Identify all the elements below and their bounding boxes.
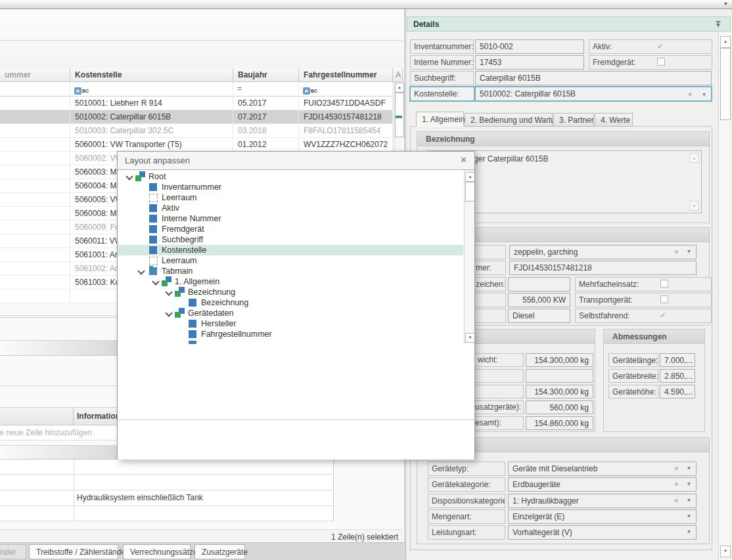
dispositionskategorie-combo[interactable]: 1: Hydraulikbagger — [508, 494, 697, 508]
aktiv-checkbox-checked[interactable] — [657, 42, 664, 50]
geraetekategorie-combo[interactable]: Erdbaugeräte — [508, 477, 697, 492]
equals-filter-icon[interactable]: = — [237, 84, 242, 93]
tree-node-bezeichnung-group[interactable]: Bezeichnung — [118, 287, 463, 297]
expander-icon[interactable] — [137, 267, 145, 274]
tree-node-kostenstelle-selected[interactable]: Kostenstelle — [118, 245, 463, 255]
pin-icon[interactable] — [714, 20, 722, 28]
details-scrollbar[interactable]: ▲ ▼ — [718, 32, 730, 560]
grid-header-fahrgestellnummer[interactable]: Fahrgestellnummer — [299, 68, 393, 82]
scrollbar-thumb[interactable] — [720, 48, 731, 120]
chevron-down-icon[interactable] — [702, 91, 706, 98]
tree-node-inventarnummer[interactable]: Inventarnummer — [118, 182, 463, 192]
info-grid-row[interactable] — [0, 460, 334, 475]
info-grid-row[interactable]: Hydrauliksystem einschließlich Tank — [0, 490, 334, 506]
tree-scrollbar[interactable]: ▲ ▼ — [464, 170, 474, 345]
grid-header-baujahr[interactable]: Baujahr — [233, 68, 299, 82]
clear-icon[interactable] — [674, 249, 679, 255]
tree-node-tabmain[interactable]: Tabmain — [118, 266, 463, 276]
tab-sonder-clipped[interactable]: onder — [0, 544, 26, 559]
grid-row[interactable]: 5010001: Liebherr R 914 05.2017 FUIO2345… — [0, 97, 393, 110]
scroll-down-icon[interactable]: ▼ — [465, 333, 474, 343]
geraetetyp-combo[interactable]: Geräte mit Dieselantrieb — [508, 462, 697, 476]
info-grid-row[interactable] — [0, 475, 334, 490]
scroll-down-icon[interactable]: ▼ — [689, 201, 699, 211]
gewicht-gesamt-field[interactable]: 154.860,000 kg — [526, 416, 593, 430]
transportgeraet-checkbox[interactable] — [660, 295, 668, 303]
grid-row-selected[interactable]: 5010002: Caterpillar 6015B 07.2017 FJDI1… — [0, 110, 393, 124]
tree-node-fahrgestellnummer[interactable]: Fahrgestellnummer — [118, 329, 463, 339]
chevron-down-icon[interactable] — [687, 480, 691, 487]
expander-icon[interactable] — [152, 278, 159, 285]
mengenart-combo[interactable]: Einzelgerät (E) — [508, 509, 697, 524]
chevron-down-icon[interactable] — [687, 528, 691, 535]
clear-icon[interactable] — [674, 481, 679, 488]
clear-icon[interactable] — [687, 91, 693, 98]
filter-cell-fahrgestellnummer[interactable] — [299, 82, 393, 97]
inventarnummer-field[interactable]: 5010-002 — [475, 39, 584, 54]
treibstoff-field[interactable]: Diesel — [508, 309, 570, 323]
expander-icon[interactable] — [165, 309, 172, 316]
tree-node-aktiv[interactable]: Aktiv — [118, 203, 463, 213]
leistung-field[interactable]: 556,000 KW — [508, 293, 570, 307]
suchbegriff-field[interactable]: Caterpillar 6015B — [475, 71, 712, 85]
close-icon[interactable] — [460, 155, 467, 165]
tree-node-suchbegriff[interactable]: Suchbegriff — [118, 234, 463, 245]
filter-cell-baujahr[interactable]: = — [233, 82, 299, 97]
interne-nummer-field[interactable]: 17453 — [475, 55, 584, 70]
dialog-title-bar[interactable]: Layout anpassen — [118, 152, 474, 169]
chevron-down-icon[interactable] — [687, 464, 691, 471]
expander-icon[interactable] — [126, 173, 133, 180]
grid-header-clipped[interactable]: A — [393, 68, 403, 82]
leistungsart-combo[interactable]: Vorhaltegerät (V) — [508, 525, 697, 540]
tab-treibstoffe-zaehlerstaende[interactable]: Treibstoffe / Zählerstände — [29, 544, 118, 559]
tree-node-interne-nummer[interactable]: Interne Nummer — [118, 213, 463, 224]
grid-header-nummer[interactable]: ummer — [0, 68, 70, 82]
geraetebreite-field[interactable]: 2.850,... — [660, 369, 695, 383]
filter-cell[interactable] — [0, 82, 70, 97]
tab-werte[interactable]: 4. Werte — [595, 113, 633, 127]
grid-header-kostenstelle[interactable]: Kostenstelle — [70, 68, 233, 82]
tree-node-geraetedaten-group[interactable]: Gerätedaten — [118, 308, 463, 318]
scrollbar-thumb[interactable] — [395, 93, 404, 137]
kostenstelle-combo[interactable]: 5010002: Caterpillar 6015B — [474, 86, 712, 102]
grid-row[interactable]: 5010003: Caterpillar 302.5C 03.2018 F8FA… — [0, 124, 393, 138]
info-grid-header-empty[interactable] — [0, 407, 74, 425]
ribbon-expand-arrow-icon[interactable]: ▼ — [723, 1, 728, 6]
fremdgeraet-checkbox[interactable] — [657, 58, 665, 66]
gewicht-field[interactable]: 154.300,000 kg — [526, 353, 593, 367]
geraetehoehe-field[interactable]: 4.590,... — [660, 385, 695, 398]
tree-node-leerraum[interactable]: Leerraum — [118, 192, 463, 203]
scroll-up-icon[interactable]: ▲ — [689, 153, 699, 163]
kennzeichen-field[interactable] — [508, 277, 570, 291]
mehrfacheinsatz-checkbox[interactable] — [660, 280, 668, 288]
gewicht-field[interactable]: 154.300,000 kg — [526, 385, 593, 398]
tab-zusatzgeraete[interactable]: Zusatzgeräte — [194, 544, 245, 559]
tree-node-bezeichnung-item[interactable]: Bezeichnung — [118, 297, 463, 308]
tree-node-leerraum[interactable]: Leerraum — [118, 255, 463, 266]
tab-verrechnungssaetze[interactable]: Verrechnungssätze — [123, 544, 191, 559]
tree-node-root[interactable]: Root — [118, 171, 463, 182]
hersteller-combo[interactable]: zeppelin, garching — [509, 245, 697, 259]
scroll-up-icon[interactable]: ▲ — [720, 36, 731, 48]
chevron-down-icon[interactable] — [687, 512, 691, 519]
expander-icon[interactable] — [165, 288, 172, 295]
gewicht-field[interactable] — [526, 369, 593, 383]
tree-node-fremdgeraet[interactable]: Fremdgerät — [118, 224, 463, 234]
chevron-down-icon[interactable] — [687, 496, 691, 504]
chevron-down-icon[interactable] — [687, 248, 691, 255]
tree-node-allgemein[interactable]: 1. Allgemein — [118, 276, 463, 287]
text-filter-icon[interactable] — [303, 87, 317, 95]
clear-icon[interactable] — [674, 498, 679, 504]
gewicht-zusatzgeraete-field[interactable]: 560,000 kg — [526, 400, 593, 414]
selbstfahrend-checkbox-checked[interactable] — [660, 311, 666, 319]
scroll-down-icon[interactable]: ▼ — [720, 546, 731, 557]
geraetelaenge-field[interactable]: 7.000,... — [660, 353, 695, 367]
tab-partner[interactable]: 3. Partner — [553, 113, 594, 127]
tree-node-hersteller[interactable]: Hersteller — [118, 318, 463, 329]
scroll-up-icon[interactable]: ▲ — [465, 172, 474, 182]
text-filter-icon[interactable] — [74, 87, 89, 95]
tab-allgemein[interactable]: 1. Allgemein — [416, 112, 464, 127]
info-grid-row[interactable] — [0, 506, 334, 521]
clear-icon[interactable] — [674, 465, 679, 472]
tab-bedienung-und-wartung[interactable]: 2. Bedienung und Wartung — [465, 113, 553, 127]
